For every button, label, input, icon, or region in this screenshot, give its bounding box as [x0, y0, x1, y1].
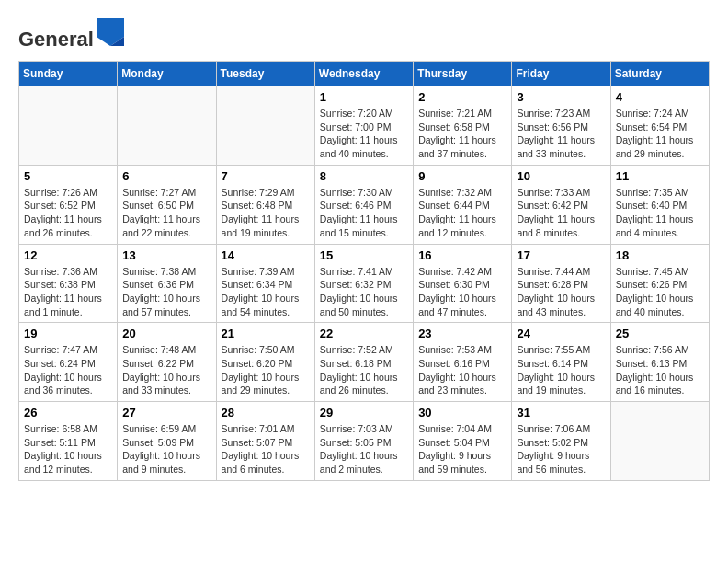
- weekday-header: Monday: [118, 62, 216, 86]
- calendar-cell: 27Sunrise: 6:59 AM Sunset: 5:09 PM Dayli…: [118, 402, 216, 481]
- day-detail: Sunrise: 7:48 AM Sunset: 6:22 PM Dayligh…: [122, 343, 210, 397]
- calendar-cell: 24Sunrise: 7:55 AM Sunset: 6:14 PM Dayli…: [512, 323, 610, 402]
- day-detail: Sunrise: 7:41 AM Sunset: 6:32 PM Dayligh…: [320, 265, 408, 319]
- weekday-header: Wednesday: [314, 62, 413, 86]
- day-number: 10: [517, 169, 605, 183]
- calendar-cell: 21Sunrise: 7:50 AM Sunset: 6:20 PM Dayli…: [216, 323, 314, 402]
- day-detail: Sunrise: 7:38 AM Sunset: 6:36 PM Dayligh…: [122, 265, 210, 319]
- day-number: 15: [320, 248, 408, 262]
- day-detail: Sunrise: 7:44 AM Sunset: 6:28 PM Dayligh…: [517, 265, 605, 319]
- day-number: 30: [418, 406, 506, 419]
- day-detail: Sunrise: 7:55 AM Sunset: 6:14 PM Dayligh…: [517, 343, 605, 397]
- calendar-cell: 25Sunrise: 7:56 AM Sunset: 6:13 PM Dayli…: [610, 323, 709, 402]
- calendar-cell: [610, 402, 709, 481]
- day-number: 25: [616, 327, 704, 340]
- day-number: 2: [418, 90, 506, 104]
- day-detail: Sunrise: 7:45 AM Sunset: 6:26 PM Dayligh…: [616, 265, 704, 319]
- weekday-header: Saturday: [610, 62, 709, 86]
- day-number: 11: [616, 169, 704, 183]
- day-number: 1: [320, 90, 408, 104]
- day-number: 19: [24, 327, 112, 340]
- day-detail: Sunrise: 7:27 AM Sunset: 6:50 PM Dayligh…: [122, 186, 210, 240]
- calendar-cell: 7Sunrise: 7:29 AM Sunset: 6:48 PM Daylig…: [216, 165, 314, 244]
- day-detail: Sunrise: 7:52 AM Sunset: 6:18 PM Dayligh…: [320, 343, 408, 397]
- day-number: 29: [320, 406, 408, 419]
- calendar-cell: 13Sunrise: 7:38 AM Sunset: 6:36 PM Dayli…: [118, 244, 216, 323]
- day-detail: Sunrise: 7:32 AM Sunset: 6:44 PM Dayligh…: [418, 186, 506, 240]
- calendar-cell: 2Sunrise: 7:21 AM Sunset: 6:58 PM Daylig…: [414, 86, 512, 166]
- day-detail: Sunrise: 7:53 AM Sunset: 6:16 PM Dayligh…: [418, 343, 506, 397]
- calendar-cell: 4Sunrise: 7:24 AM Sunset: 6:54 PM Daylig…: [610, 86, 709, 166]
- day-number: 7: [222, 169, 310, 183]
- day-detail: Sunrise: 7:26 AM Sunset: 6:52 PM Dayligh…: [24, 186, 112, 240]
- weekday-header: Tuesday: [216, 62, 314, 86]
- calendar-cell: 23Sunrise: 7:53 AM Sunset: 6:16 PM Dayli…: [414, 323, 512, 402]
- day-detail: Sunrise: 7:56 AM Sunset: 6:13 PM Dayligh…: [616, 343, 704, 397]
- calendar-cell: 26Sunrise: 6:58 AM Sunset: 5:11 PM Dayli…: [19, 402, 118, 481]
- weekday-header: Sunday: [19, 62, 118, 86]
- day-number: 6: [122, 169, 210, 183]
- day-detail: Sunrise: 7:47 AM Sunset: 6:24 PM Dayligh…: [24, 343, 112, 397]
- day-detail: Sunrise: 7:24 AM Sunset: 6:54 PM Dayligh…: [616, 107, 704, 161]
- calendar-cell: 11Sunrise: 7:35 AM Sunset: 6:40 PM Dayli…: [610, 165, 709, 244]
- day-number: 13: [122, 248, 210, 262]
- day-detail: Sunrise: 7:30 AM Sunset: 6:46 PM Dayligh…: [320, 186, 408, 240]
- day-number: 31: [517, 406, 605, 419]
- calendar-cell: 17Sunrise: 7:44 AM Sunset: 6:28 PM Dayli…: [512, 244, 610, 323]
- day-number: 8: [320, 169, 408, 183]
- calendar-cell: 8Sunrise: 7:30 AM Sunset: 6:46 PM Daylig…: [314, 165, 413, 244]
- calendar-cell: 14Sunrise: 7:39 AM Sunset: 6:34 PM Dayli…: [216, 244, 314, 323]
- logo-text: General: [18, 18, 124, 52]
- day-number: 5: [24, 169, 112, 183]
- day-detail: Sunrise: 6:59 AM Sunset: 5:09 PM Dayligh…: [122, 422, 210, 477]
- calendar-cell: 28Sunrise: 7:01 AM Sunset: 5:07 PM Dayli…: [216, 402, 314, 481]
- day-number: 18: [616, 248, 704, 262]
- day-number: 28: [222, 406, 310, 419]
- calendar-cell: 16Sunrise: 7:42 AM Sunset: 6:30 PM Dayli…: [414, 244, 512, 323]
- calendar-cell: 19Sunrise: 7:47 AM Sunset: 6:24 PM Dayli…: [19, 323, 118, 402]
- day-detail: Sunrise: 7:35 AM Sunset: 6:40 PM Dayligh…: [616, 186, 704, 240]
- day-number: 22: [320, 327, 408, 340]
- day-detail: Sunrise: 7:23 AM Sunset: 6:56 PM Dayligh…: [517, 107, 605, 161]
- day-detail: Sunrise: 7:29 AM Sunset: 6:48 PM Dayligh…: [222, 186, 310, 240]
- logo-general: General: [18, 28, 94, 51]
- day-detail: Sunrise: 7:33 AM Sunset: 6:42 PM Dayligh…: [517, 186, 605, 240]
- calendar-cell: [118, 86, 216, 166]
- day-detail: Sunrise: 7:01 AM Sunset: 5:07 PM Dayligh…: [222, 422, 310, 477]
- calendar-cell: 18Sunrise: 7:45 AM Sunset: 6:26 PM Dayli…: [610, 244, 709, 323]
- calendar-cell: 22Sunrise: 7:52 AM Sunset: 6:18 PM Dayli…: [314, 323, 413, 402]
- day-detail: Sunrise: 7:20 AM Sunset: 7:00 PM Dayligh…: [320, 107, 408, 161]
- day-number: 26: [24, 406, 112, 419]
- day-number: 20: [122, 327, 210, 340]
- day-number: 9: [418, 169, 506, 183]
- calendar-cell: 5Sunrise: 7:26 AM Sunset: 6:52 PM Daylig…: [19, 165, 118, 244]
- day-number: 12: [24, 248, 112, 262]
- calendar-cell: 30Sunrise: 7:04 AM Sunset: 5:04 PM Dayli…: [414, 402, 512, 481]
- day-number: 4: [616, 90, 704, 104]
- calendar-cell: [216, 86, 314, 166]
- day-number: 24: [517, 327, 605, 340]
- calendar-cell: [19, 86, 118, 166]
- day-detail: Sunrise: 7:50 AM Sunset: 6:20 PM Dayligh…: [222, 343, 310, 397]
- day-detail: Sunrise: 7:21 AM Sunset: 6:58 PM Dayligh…: [418, 107, 506, 161]
- day-number: 17: [517, 248, 605, 262]
- calendar-cell: 9Sunrise: 7:32 AM Sunset: 6:44 PM Daylig…: [414, 165, 512, 244]
- day-detail: Sunrise: 6:58 AM Sunset: 5:11 PM Dayligh…: [24, 422, 112, 477]
- calendar-cell: 10Sunrise: 7:33 AM Sunset: 6:42 PM Dayli…: [512, 165, 610, 244]
- day-number: 14: [222, 248, 310, 262]
- calendar-cell: 31Sunrise: 7:06 AM Sunset: 5:02 PM Dayli…: [512, 402, 610, 481]
- calendar-cell: 6Sunrise: 7:27 AM Sunset: 6:50 PM Daylig…: [118, 165, 216, 244]
- day-detail: Sunrise: 7:04 AM Sunset: 5:04 PM Dayligh…: [418, 422, 506, 477]
- day-number: 3: [517, 90, 605, 104]
- logo-icon: [97, 18, 124, 46]
- day-detail: Sunrise: 7:36 AM Sunset: 6:38 PM Dayligh…: [24, 265, 112, 319]
- calendar-cell: 15Sunrise: 7:41 AM Sunset: 6:32 PM Dayli…: [314, 244, 413, 323]
- day-detail: Sunrise: 7:06 AM Sunset: 5:02 PM Dayligh…: [517, 422, 605, 477]
- weekday-header: Friday: [512, 62, 610, 86]
- calendar-cell: 29Sunrise: 7:03 AM Sunset: 5:05 PM Dayli…: [314, 402, 413, 481]
- day-detail: Sunrise: 7:42 AM Sunset: 6:30 PM Dayligh…: [418, 265, 506, 319]
- logo: General: [18, 18, 124, 52]
- day-detail: Sunrise: 7:39 AM Sunset: 6:34 PM Dayligh…: [222, 265, 310, 319]
- weekday-header: Thursday: [414, 62, 512, 86]
- day-number: 21: [222, 327, 310, 340]
